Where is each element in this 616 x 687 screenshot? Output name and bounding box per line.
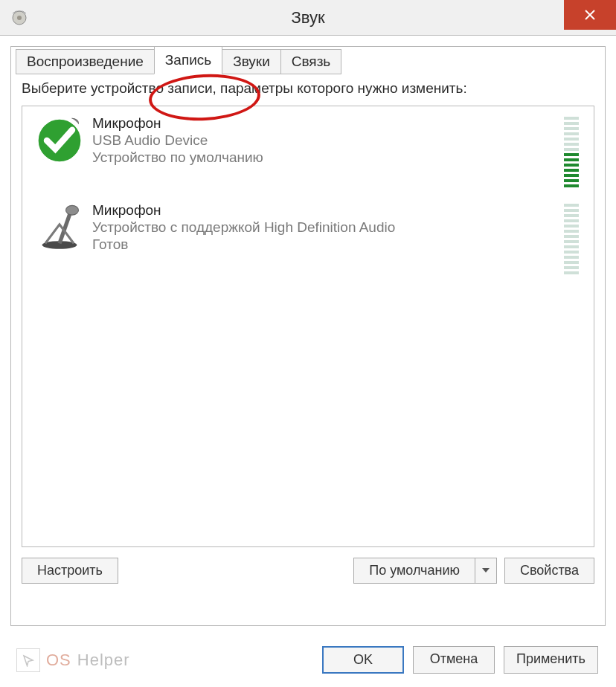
meter-segment bbox=[564, 261, 579, 264]
meter-segment bbox=[564, 271, 579, 274]
meter-segment bbox=[564, 204, 579, 207]
apply-button[interactable]: Применить bbox=[504, 646, 598, 674]
meter-segment bbox=[564, 174, 579, 177]
meter-segment bbox=[564, 132, 579, 135]
meter-segment bbox=[564, 240, 579, 243]
cancel-button[interactable]: Отмена bbox=[413, 646, 495, 674]
device-title: Микрофон bbox=[92, 202, 564, 219]
watermark-text-1: OS bbox=[46, 651, 71, 670]
meter-segment bbox=[564, 266, 579, 269]
device-row[interactable]: Микрофон USB Audio Device Устройство по … bbox=[22, 106, 594, 193]
set-default-label: По умолчанию bbox=[353, 558, 475, 584]
close-button[interactable] bbox=[564, 0, 616, 30]
set-default-dropdown[interactable] bbox=[475, 558, 497, 584]
svg-point-1 bbox=[17, 16, 22, 20]
title-bar: Звук bbox=[0, 0, 616, 36]
meter-segment bbox=[564, 148, 579, 151]
list-button-row: Настроить По умолчанию Свойства bbox=[22, 558, 594, 584]
tabs-row: Воспроизведение Запись Звуки Связь bbox=[16, 46, 341, 74]
tab-sounds[interactable]: Звуки bbox=[222, 49, 281, 74]
meter-segment bbox=[564, 158, 579, 161]
close-icon bbox=[584, 9, 596, 21]
set-default-split-button[interactable]: По умолчанию bbox=[353, 558, 497, 584]
tab-playback[interactable]: Воспроизведение bbox=[16, 49, 155, 74]
level-meter bbox=[564, 117, 579, 187]
device-status: Устройство по умолчанию bbox=[92, 149, 564, 167]
device-text: Микрофон Устройство с поддержкой High De… bbox=[92, 201, 564, 254]
device-status: Готов bbox=[92, 236, 564, 254]
chevron-down-icon bbox=[481, 567, 490, 573]
meter-segment bbox=[564, 127, 579, 130]
default-badge-icon bbox=[34, 115, 85, 166]
device-text: Микрофон USB Audio Device Устройство по … bbox=[92, 114, 564, 167]
microphone-icon bbox=[34, 114, 92, 167]
meter-segment bbox=[564, 256, 579, 259]
device-driver: Устройство с поддержкой High Definition … bbox=[92, 219, 564, 236]
level-meter bbox=[564, 204, 579, 274]
recording-device-list[interactable]: Микрофон USB Audio Device Устройство по … bbox=[22, 106, 594, 547]
meter-segment bbox=[564, 138, 579, 141]
meter-segment bbox=[564, 214, 579, 217]
meter-segment bbox=[564, 153, 579, 156]
dialog-body: Воспроизведение Запись Звуки Связь Выбер… bbox=[0, 36, 616, 687]
meter-segment bbox=[564, 219, 579, 222]
cursor-icon bbox=[16, 648, 40, 672]
meter-segment bbox=[564, 251, 579, 254]
tab-comm[interactable]: Связь bbox=[280, 49, 342, 74]
meter-segment bbox=[564, 169, 579, 172]
watermark: OS Helper bbox=[16, 648, 130, 672]
meter-segment bbox=[564, 245, 579, 248]
meter-segment bbox=[564, 122, 579, 125]
meter-segment bbox=[564, 184, 579, 187]
meter-segment bbox=[564, 209, 579, 212]
tab-content: Выберите устройство записи, параметры ко… bbox=[22, 80, 594, 615]
tab-recording[interactable]: Запись bbox=[154, 46, 222, 74]
meter-segment bbox=[564, 230, 579, 233]
device-driver: USB Audio Device bbox=[92, 132, 564, 149]
meter-segment bbox=[564, 117, 579, 120]
meter-segment bbox=[564, 235, 579, 238]
watermark-text-2: Helper bbox=[77, 651, 130, 670]
sound-app-icon bbox=[10, 9, 28, 27]
dialog-button-row: OK Отмена Применить bbox=[322, 646, 598, 674]
device-title: Микрофон bbox=[92, 115, 564, 132]
meter-segment bbox=[564, 164, 579, 167]
instruction-text: Выберите устройство записи, параметры ко… bbox=[22, 80, 594, 98]
microphone-icon bbox=[34, 201, 92, 254]
window-title: Звук bbox=[0, 8, 616, 28]
ok-button[interactable]: OK bbox=[322, 646, 404, 674]
meter-segment bbox=[564, 179, 579, 182]
configure-button[interactable]: Настроить bbox=[22, 558, 118, 584]
meter-segment bbox=[564, 143, 579, 146]
properties-button[interactable]: Свойства bbox=[504, 558, 594, 584]
device-row[interactable]: Микрофон Устройство с поддержкой High De… bbox=[22, 193, 594, 280]
tab-host: Воспроизведение Запись Звуки Связь Выбер… bbox=[10, 46, 606, 626]
meter-segment bbox=[564, 225, 579, 228]
svg-point-10 bbox=[66, 205, 79, 215]
